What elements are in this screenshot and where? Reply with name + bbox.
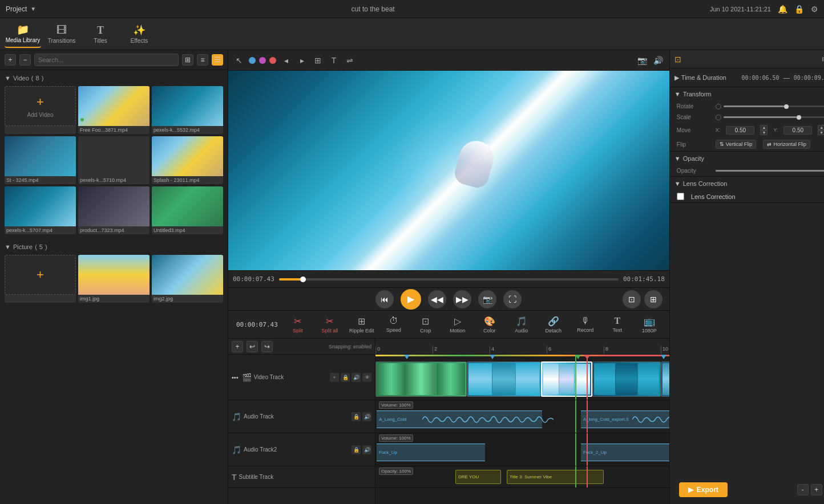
add-picture-btn[interactable]: + (5, 255, 76, 303)
color-dot-red[interactable] (269, 57, 276, 64)
progress-bar[interactable] (279, 278, 619, 281)
step-forward-btn[interactable]: ▶▶ (453, 290, 471, 308)
video-lock-btn[interactable]: 🔒 (341, 373, 350, 382)
video-mute-btn[interactable]: 🔊 (352, 373, 361, 382)
move-y-up[interactable]: ▲ (818, 125, 824, 130)
fold-all-btn[interactable]: ⊞ Fold All (822, 56, 824, 62)
media-thumb-1[interactable]: Free Foo...3871.mp4 (78, 86, 150, 134)
audio2-seg-2[interactable]: Fuck_2_Up (581, 444, 669, 461)
toolbar-effects[interactable]: ✨ Effects (121, 21, 157, 48)
picture-section-header[interactable]: ▼ Picture ( 5 ) (0, 241, 228, 253)
settings-icon[interactable]: ⚙ (811, 5, 818, 14)
split-tool[interactable]: ✂ Split (282, 312, 313, 337)
project-name[interactable]: Project (6, 5, 27, 13)
video-clip-4[interactable] (592, 361, 661, 397)
video-clip-3-selected[interactable] (541, 361, 592, 397)
scale-handle[interactable] (797, 115, 801, 120)
undo-btn[interactable]: ↩ (247, 341, 258, 352)
add-track-btn[interactable]: + (232, 341, 243, 352)
audio2-mute-btn[interactable]: 🔊 (362, 445, 371, 454)
media-thumb-4[interactable]: pexels-k...5710.mp4 (78, 136, 150, 184)
color-dot-blue[interactable] (249, 57, 256, 64)
zoom-in-view-btn[interactable]: + (811, 484, 822, 495)
snapshot-btn[interactable]: 📷 (478, 290, 496, 308)
color-tool[interactable]: 🎨 Color (474, 312, 505, 337)
lock-icon[interactable]: 🔒 (794, 5, 804, 14)
move-y-down[interactable]: ▼ (818, 130, 824, 135)
transform-header[interactable]: ▼ Transform (670, 87, 824, 101)
list-view-btn[interactable]: ≡ (197, 54, 208, 66)
media-thumb-3[interactable]: St - 3245.mp4 (5, 136, 76, 184)
lens-correction-header[interactable]: ▼ Lens Correction (670, 177, 824, 190)
filter-btn[interactable]: ☰ (212, 54, 223, 66)
video-clip-1[interactable] (375, 361, 467, 397)
notification-icon[interactable]: 🔔 (778, 5, 787, 14)
motion-tool[interactable]: ▷ Motion (442, 312, 473, 337)
media-thumb-5[interactable]: Splash - 23011.mp4 (152, 136, 223, 184)
zoom-in-btn[interactable]: ⊞ (644, 290, 663, 308)
rotate-handle[interactable] (784, 104, 789, 109)
media-thumb-6[interactable]: pexels-k...5707.mp4 (5, 186, 76, 234)
speed-tool[interactable]: ⏱ Speed (378, 312, 409, 337)
grid-view-btn[interactable]: ⊞ (182, 54, 193, 66)
audio1-mute-btn[interactable]: 🔊 (362, 412, 371, 421)
arrow-left-btn[interactable]: ◂ (280, 54, 292, 67)
toolbar-media-library[interactable]: 📁 Media Library (5, 21, 41, 48)
rotate-slider[interactable] (724, 105, 824, 107)
move-x-down[interactable]: ▼ (760, 130, 768, 135)
video-section-header[interactable]: ▼ Video ( 8 ) (0, 72, 228, 84)
progress-handle[interactable] (300, 277, 306, 282)
fullscreen-btn[interactable]: ⛶ (503, 290, 522, 308)
search-input[interactable] (34, 54, 179, 66)
arrow-right-btn[interactable]: ▸ (296, 54, 308, 67)
video-eye-btn[interactable]: 👁 (362, 373, 371, 382)
toolbar-transitions[interactable]: 🎞 Transitions (43, 21, 80, 48)
picture-thumb-2[interactable]: img2.jpg (152, 255, 223, 303)
transform-btn[interactable]: ⊞ (312, 54, 324, 67)
move-x-input[interactable] (726, 126, 754, 135)
remove-media-btn[interactable]: − (19, 54, 31, 66)
vertical-flip-btn[interactable]: ⇅ Vertical Flip (716, 140, 757, 149)
text-tool[interactable]: T Text (602, 312, 633, 337)
cursor-tool[interactable]: ↖ (233, 54, 245, 67)
move-x-up[interactable]: ▲ (760, 125, 768, 130)
audio-seg-2[interactable]: A_long_Cold_export.3 (581, 410, 669, 428)
record-tool[interactable]: 🎙 Record (570, 312, 601, 337)
flip-btn[interactable]: ⇌ (344, 54, 356, 67)
media-thumb-8[interactable]: Untitled3.mp4 (152, 186, 223, 234)
resolution-tool[interactable]: 📺 1080P (634, 312, 665, 337)
zoom-out-btn[interactable]: ⊡ (623, 290, 641, 308)
subtitle-clip-2[interactable]: Title 3: Summer Vibe (507, 470, 604, 484)
audio2-seg-1[interactable]: Fuck_Up (377, 444, 485, 461)
video-clip-5[interactable] (661, 361, 669, 397)
volume-btn[interactable]: 🔊 (652, 54, 665, 67)
video-clip-2[interactable] (467, 361, 541, 397)
redo-btn[interactable]: ↪ (261, 341, 273, 352)
toolbar-titles[interactable]: T Titles (82, 21, 119, 48)
three-dots-video[interactable]: ••• (232, 374, 239, 381)
export-btn[interactable]: ▶ Export (679, 482, 728, 497)
media-thumb-2[interactable]: pexels-k...5532.mp4 (152, 86, 223, 134)
lens-correction-checkbox[interactable] (677, 193, 684, 200)
add-video-btn[interactable]: + Add Video (5, 86, 76, 134)
move-y-input[interactable] (783, 126, 812, 135)
screenshot-btn[interactable]: 📷 (636, 54, 649, 67)
media-thumb-7[interactable]: product...7323.mp4 (78, 186, 150, 234)
detach-tool[interactable]: 🔗 Detach (538, 312, 569, 337)
scale-slider[interactable] (724, 116, 824, 118)
crop-tool[interactable]: ⊡ Crop (410, 312, 441, 337)
rewind-to-start-btn[interactable]: ⏮ (375, 290, 394, 308)
horizontal-flip-btn[interactable]: ⇄ Horizontal Flip (763, 140, 810, 149)
audio-tool[interactable]: 🎵 Audio (506, 312, 537, 337)
ripple-edit-tool[interactable]: ⊞ Ripple Edit (346, 312, 377, 337)
split-all-tool[interactable]: ✂ Split all (314, 312, 345, 337)
video-add-btn[interactable]: + (330, 373, 339, 382)
subtitle-clip-1[interactable]: DRE YOU (455, 470, 501, 484)
picture-thumb-1[interactable]: img1.jpg (78, 255, 150, 303)
audio1-lock-btn[interactable]: 🔒 (352, 412, 361, 421)
play-btn[interactable]: ▶ (401, 289, 421, 310)
color-dot-purple[interactable] (259, 57, 266, 64)
opacity-header[interactable]: ▼ Opacity (670, 152, 824, 165)
step-back-btn[interactable]: ◀◀ (428, 290, 446, 308)
time-duration-header[interactable]: ▶ Time & Duration 00:00:06.50 — 00:00:09… (670, 68, 824, 87)
